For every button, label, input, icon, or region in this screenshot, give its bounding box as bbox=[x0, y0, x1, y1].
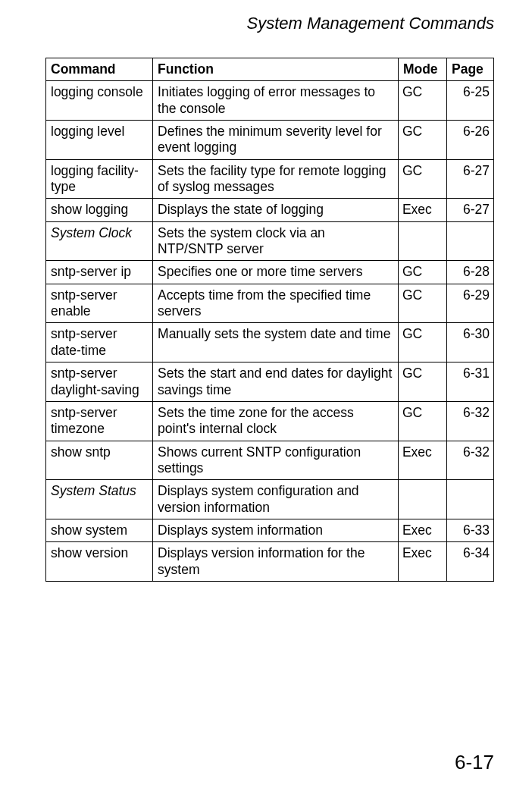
cell-mode: GC bbox=[398, 159, 446, 199]
cell-command: sntp-server ip bbox=[46, 261, 153, 284]
cell-function: Displays version information for the sys… bbox=[153, 542, 399, 582]
cell-mode: Exec bbox=[398, 519, 446, 541]
cell-function: Sets the time zone for the access point'… bbox=[153, 401, 399, 441]
page-title: System Management Commands bbox=[45, 14, 494, 33]
cell-function: Specifies one or more time servers bbox=[153, 261, 399, 284]
cell-page: 6-28 bbox=[446, 261, 493, 284]
cell-function: Displays system configuration and versio… bbox=[153, 480, 399, 519]
cell-command: sntp-server daylight-saving bbox=[46, 362, 153, 402]
cell-page: 6-27 bbox=[446, 199, 493, 221]
cell-function: Initiates logging of error messages to t… bbox=[153, 81, 399, 121]
cell-function: Sets the system clock via an NTP/SNTP se… bbox=[153, 221, 399, 261]
cell-command: sntp-server enable bbox=[46, 284, 153, 323]
cell-mode: Exec bbox=[398, 199, 446, 221]
header-mode: Mode bbox=[398, 58, 446, 81]
cell-page: 6-32 bbox=[446, 441, 493, 480]
table-row: show sntpShows current SNTP configuratio… bbox=[46, 441, 494, 480]
cell-page: 6-29 bbox=[446, 284, 493, 323]
table-row: System ClockSets the system clock via an… bbox=[46, 221, 494, 261]
cell-command: show logging bbox=[46, 199, 153, 221]
page-number: 6-17 bbox=[455, 751, 494, 774]
cell-command: logging level bbox=[46, 121, 153, 160]
cell-page: 6-34 bbox=[446, 542, 493, 582]
table-row: sntp-server ipSpecifies one or more time… bbox=[46, 261, 494, 284]
cell-command: show system bbox=[46, 519, 153, 541]
cell-command: logging console bbox=[46, 81, 153, 121]
table-row: System StatusDisplays system configurati… bbox=[46, 480, 494, 519]
cell-page bbox=[446, 221, 493, 261]
header-page: Page bbox=[446, 58, 493, 81]
cell-mode: GC bbox=[398, 81, 446, 121]
table-header-row: Command Function Mode Page bbox=[46, 58, 494, 81]
table-row: logging consoleInitiates logging of erro… bbox=[46, 81, 494, 121]
cell-function: Manually sets the system date and time bbox=[153, 323, 399, 362]
cell-page: 6-33 bbox=[446, 519, 493, 541]
cell-command: show sntp bbox=[46, 441, 153, 480]
cell-mode: GC bbox=[398, 362, 446, 402]
cell-function: Displays system information bbox=[153, 519, 399, 541]
cell-mode: Exec bbox=[398, 441, 446, 480]
table-row: sntp-server date-timeManually sets the s… bbox=[46, 323, 494, 362]
cell-page bbox=[446, 480, 493, 519]
cell-mode: GC bbox=[398, 401, 446, 441]
cell-mode: GC bbox=[398, 284, 446, 323]
commands-table: Command Function Mode Page logging conso… bbox=[45, 58, 494, 582]
cell-command: sntp-server timezone bbox=[46, 401, 153, 441]
table-row: show systemDisplays system informationEx… bbox=[46, 519, 494, 541]
cell-page: 6-25 bbox=[446, 81, 493, 121]
table-row: logging facility-typeSets the facility t… bbox=[46, 159, 494, 199]
cell-page: 6-26 bbox=[446, 121, 493, 160]
cell-command: System Clock bbox=[46, 221, 153, 261]
cell-command: sntp-server date-time bbox=[46, 323, 153, 362]
table-row: show loggingDisplays the state of loggin… bbox=[46, 199, 494, 221]
cell-page: 6-31 bbox=[446, 362, 493, 402]
cell-function: Sets the start and end dates for dayligh… bbox=[153, 362, 399, 402]
cell-function: Accepts time from the specified time ser… bbox=[153, 284, 399, 323]
table-row: sntp-server timezoneSets the time zone f… bbox=[46, 401, 494, 441]
cell-mode: Exec bbox=[398, 542, 446, 582]
cell-command: show version bbox=[46, 542, 153, 582]
table-row: logging levelDefines the minimum severit… bbox=[46, 121, 494, 160]
cell-command: logging facility-type bbox=[46, 159, 153, 199]
header-function: Function bbox=[153, 58, 399, 81]
table-row: sntp-server daylight-savingSets the star… bbox=[46, 362, 494, 402]
cell-mode: GC bbox=[398, 323, 446, 362]
table-row: sntp-server enableAccepts time from the … bbox=[46, 284, 494, 323]
header-command: Command bbox=[46, 58, 153, 81]
cell-mode: GC bbox=[398, 121, 446, 160]
cell-function: Sets the facility type for remote loggin… bbox=[153, 159, 399, 199]
cell-function: Shows current SNTP configuration setting… bbox=[153, 441, 399, 480]
cell-mode bbox=[398, 480, 446, 519]
cell-page: 6-27 bbox=[446, 159, 493, 199]
cell-page: 6-32 bbox=[446, 401, 493, 441]
cell-function: Defines the minimum severity level for e… bbox=[153, 121, 399, 160]
table-row: show versionDisplays version information… bbox=[46, 542, 494, 582]
cell-function: Displays the state of logging bbox=[153, 199, 399, 221]
cell-page: 6-30 bbox=[446, 323, 493, 362]
cell-command: System Status bbox=[46, 480, 153, 519]
cell-mode bbox=[398, 221, 446, 261]
cell-mode: GC bbox=[398, 261, 446, 284]
